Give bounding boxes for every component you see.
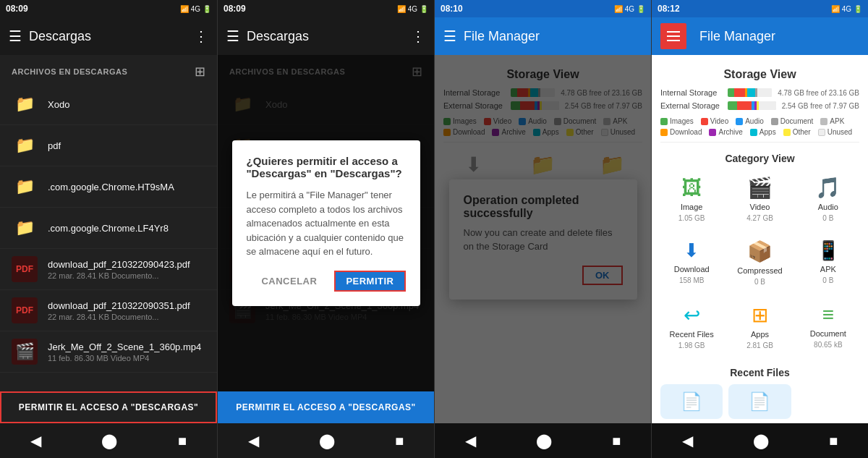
file-item-video1[interactable]: 🎬 Jerk_Me_Off_2_Scene_1_360p.mp4 11 feb.… [0,331,217,373]
bar-unused-int [540,88,555,97]
back-btn-4[interactable]: ◀ [682,432,693,449]
recent-item-1[interactable]: 📄 [660,384,723,419]
legend-archive-3: Archive [492,128,525,136]
home-btn-2[interactable]: ⬤ [319,432,335,449]
cat-apk[interactable]: 📱 APK 0 B [797,234,859,292]
home-btn-3[interactable]: ⬤ [536,432,552,449]
home-btn-1[interactable]: ⬤ [101,432,117,449]
legend-audio-4: Audio [736,117,764,125]
more-icon-1[interactable]: ⋮ [194,27,208,45]
cat-compressed[interactable]: 📦 Compressed 0 B [728,234,791,292]
cat-icon-audio: 🎵 [815,176,841,200]
cat-image[interactable]: 🖼 Image 1.05 GB [660,170,723,228]
cat-label-image: Image [681,203,703,211]
file-details-pdf2: download_pdf_210322090351.pdf 22 mar. 28… [48,300,205,321]
cat-document[interactable]: ≡ Document 80.65 kB [797,297,859,355]
legend-apps-3: Apps [533,128,559,136]
cat-icon-apps: ⊞ [752,303,768,327]
nav-bar-2: ◀ ⬤ ■ [218,423,434,458]
ok-button[interactable]: OK [582,266,623,285]
battery-icon-1: 🔋 [203,5,211,13]
file-name-xodo: Xodo [48,99,205,110]
recent-file-icon-1: 📄 [681,391,702,412]
video-icon-1: 🎬 [12,339,38,365]
back-btn-3[interactable]: ◀ [465,432,476,449]
bar-video-ext4 [737,101,752,110]
access-bar-1[interactable]: PERMITIR EL ACCESO A "DESCARGAS" [0,391,217,423]
wifi-icon-3: 4G [625,5,634,13]
file-item-chrome2[interactable]: 📁 .com.google.Chrome.LF4Yr8 [0,208,217,249]
folder-icon-xodo: 📁 [12,91,38,117]
legend-apk-4: APK [820,117,844,125]
access-bar-2[interactable]: PERMITIR EL ACCESO A "DESCARGAS" [218,391,434,423]
legend-images-4: Images [660,117,694,125]
recents-btn-1[interactable]: ■ [178,433,187,449]
more-icon-2[interactable]: ⋮ [411,27,425,45]
access-bar-text-2: PERMITIR EL ACCESO A "DESCARGAS" [236,402,416,412]
cat-size-image: 1.05 GB [678,214,705,222]
toolbar-title-1: Descargas [29,29,187,44]
menu-icon-3[interactable]: ☰ [443,27,456,45]
cat-label-video: Video [750,203,770,211]
nav-bar-3: ◀ ⬤ ■ [435,423,651,458]
recent-item-2[interactable]: 📄 [728,384,791,419]
permission-dialog: ¿Quieres permitir el acceso a "Descargas… [232,140,420,306]
cancel-button[interactable]: CANCELAR [252,271,326,292]
file-item-xodo[interactable]: 📁 Xodo [0,84,217,125]
storage-label-internal-4: Internal Storage [660,88,722,97]
home-btn-4[interactable]: ⬤ [753,432,769,449]
nav-bar-4: ◀ ⬤ ■ [652,423,868,458]
legend-video-4: Video [701,117,728,125]
storage-free-external-4: 2.54 GB free of 7.97 GB [782,102,859,110]
legend-doc-3: Document [554,117,597,125]
back-btn-2[interactable]: ◀ [248,432,259,449]
cat-apps[interactable]: ⊞ Apps 2.81 GB [728,297,791,355]
file-item-chrome1[interactable]: 📁 .com.google.Chrome.HT9sMA [0,166,217,208]
back-btn-1[interactable]: ◀ [30,432,41,449]
legend-archive-4: Archive [709,128,742,136]
phone-panel-2: 08:09 📶 4G 🔋 ☰ Descargas ⋮ ARCHIVOS EN D… [217,0,434,458]
file-item-pdf2[interactable]: PDF download_pdf_210322090351.pdf 22 mar… [0,290,217,331]
recent-file-icon-2: 📄 [749,391,770,412]
legend-images-3: Images [443,117,477,125]
menu-icon-1[interactable]: ☰ [9,27,22,45]
file-name-video1: Jerk_Me_Off_2_Scene_1_360p.mp4 [48,342,205,352]
menu-icon-2[interactable]: ☰ [226,27,239,45]
storage-label-external-4: External Storage [660,101,722,110]
phone-panel-1: 08:09 📶 4G 🔋 ☰ Descargas ⋮ ARCHIVOS EN D… [0,0,217,458]
cat-download[interactable]: ⬇ Download 158 MB [660,234,723,292]
bar-video-ext [520,101,535,110]
cat-audio[interactable]: 🎵 Audio 0 B [797,170,859,228]
storage-row-external-4: External Storage 2.54 GB free of 7.97 GB [660,101,859,110]
cat-video[interactable]: 🎬 Video 4.27 GB [728,170,791,228]
phone-panel-3: 08:10 📶 4G 🔋 ☰ File Manager Storage View… [434,0,651,458]
confirm-button[interactable]: PERMITIR [334,271,405,292]
legend-other-4: Other [783,128,811,136]
storage-title-4: Storage View [660,62,859,88]
cat-label-download: Download [674,265,710,273]
file-item-pdf[interactable]: 📁 pdf [0,125,217,166]
grid-icon-1[interactable]: ⊞ [195,64,205,80]
cat-icon-compressed: 📦 [747,239,773,263]
legend-download-3: Download [443,128,485,136]
cat-label-recent: Recent Files [670,330,714,339]
recents-btn-3[interactable]: ■ [612,433,621,449]
toolbar-title-3: File Manager [464,29,642,44]
storage-label-internal-3: Internal Storage [443,88,505,97]
menu-icon-red-4[interactable] [660,23,686,49]
status-icons-1: 📶 4G 🔋 [180,5,211,13]
folder-icon-pdf: 📁 [12,132,38,158]
file-details-chrome2: .com.google.Chrome.LF4Yr8 [48,223,205,234]
recents-btn-4[interactable]: ■ [829,433,838,449]
status-bar-2: 08:09 📶 4G 🔋 [218,0,434,17]
cat-size-download: 158 MB [679,276,704,284]
cat-recent[interactable]: ↩ Recent Files 1.98 GB [660,297,723,355]
cat-label-apk: APK [820,265,836,273]
storage-bar-external-3 [511,101,559,110]
cat-icon-download: ⬇ [684,239,699,262]
storage-section-3: Storage View Internal Storage 4.78 GB fr… [435,55,651,147]
bar-video-int4 [734,88,745,97]
file-item-pdf1[interactable]: PDF download_pdf_210322090423.pdf 22 mar… [0,249,217,290]
recents-btn-2[interactable]: ■ [395,433,404,449]
status-time-2: 08:09 [224,4,246,14]
